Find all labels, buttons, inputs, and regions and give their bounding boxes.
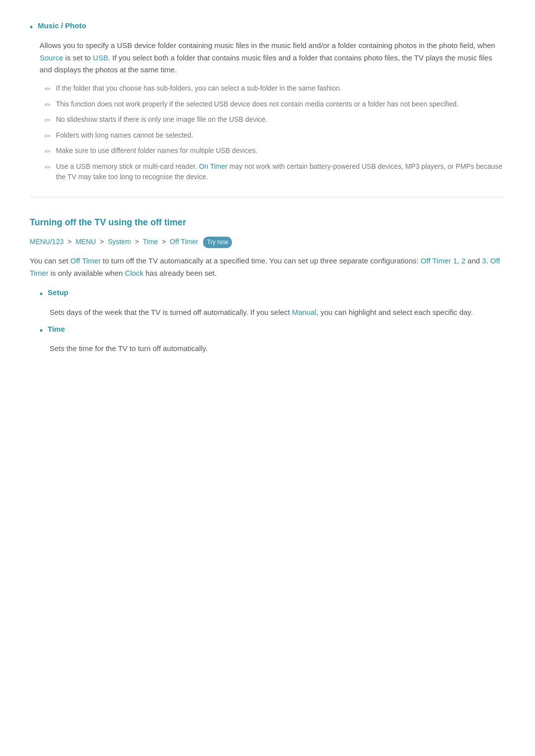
- setup-bullet: • Setup: [40, 287, 505, 302]
- note-item-5: ✏ Make sure to use different folder name…: [45, 146, 505, 157]
- on-timer-note-link[interactable]: On Timer: [199, 162, 228, 170]
- off-timer-2-link[interactable]: 2: [461, 256, 465, 265]
- note-item-1: ✏ If the folder that you choose has sub-…: [45, 83, 505, 95]
- note-text-2: This function does not work properly if …: [56, 99, 458, 109]
- try-now-badge[interactable]: Try now: [203, 237, 232, 248]
- note-item-4: ✏ Folders with long names cannot be sele…: [45, 130, 505, 142]
- source-link[interactable]: Source: [40, 53, 63, 62]
- manual-link[interactable]: Manual: [292, 308, 316, 316]
- clock-link[interactable]: Clock: [125, 269, 144, 277]
- note-icon-2: ✏: [45, 100, 51, 111]
- note-icon-1: ✏: [45, 84, 51, 95]
- sub-bullets: • Setup Sets days of the week that the T…: [40, 287, 505, 355]
- off-timer-1-link[interactable]: Off Timer 1: [421, 256, 457, 265]
- note-icon-3: ✏: [45, 115, 51, 126]
- section-divider: [30, 197, 505, 198]
- section-title: Turning off the TV using the off timer: [30, 215, 505, 230]
- sep-2: >: [100, 238, 106, 246]
- setup-label[interactable]: Setup: [48, 287, 68, 299]
- note-text-3: No slideshow starts if there is only one…: [56, 114, 267, 125]
- time-label[interactable]: Time: [48, 323, 65, 335]
- note-icon-5: ✏: [45, 146, 51, 157]
- music-photo-label[interactable]: Music / Photo: [38, 20, 86, 32]
- note-icon-6: ✏: [45, 162, 51, 173]
- music-photo-description: Allows you to specify a USB device folde…: [40, 40, 505, 182]
- bullet-dot: •: [30, 20, 33, 35]
- off-timer-3-link[interactable]: 3: [482, 256, 486, 265]
- time-bullet-dot: •: [40, 324, 43, 338]
- time-bullet: • Time: [40, 323, 505, 338]
- note-icon-4: ✏: [45, 131, 51, 142]
- sep-3: >: [135, 238, 141, 246]
- note-list: ✏ If the folder that you choose has sub-…: [45, 83, 505, 182]
- setup-bullet-dot: •: [40, 287, 43, 302]
- setup-description: Sets days of the week that the TV is tur…: [50, 306, 505, 318]
- note-item-6: ✏ Use a USB memory stick or multi-card r…: [45, 161, 505, 182]
- note-text-6: Use a USB memory stick or multi-card rea…: [56, 161, 505, 182]
- off-timer-description: You can set Off Timer to turn off the TV…: [30, 255, 505, 280]
- breadcrumb-time[interactable]: Time: [143, 238, 158, 246]
- breadcrumb: MENU/123 > MENU > System > Time > Off Ti…: [30, 236, 505, 248]
- breadcrumb-off-timer[interactable]: Off Timer: [170, 238, 198, 246]
- music-photo-bullet: • Music / Photo: [30, 20, 505, 35]
- off-timer-link-1[interactable]: Off Timer: [70, 256, 101, 265]
- note-text-5: Make sure to use different folder names …: [56, 146, 258, 156]
- note-text-4: Folders with long names cannot be select…: [56, 130, 193, 141]
- note-item-2: ✏ This function does not work properly i…: [45, 99, 505, 111]
- music-photo-section: • Music / Photo Allows you to specify a …: [30, 20, 505, 182]
- breadcrumb-menu123[interactable]: MENU/123: [30, 238, 63, 246]
- note-text-1: If the folder that you choose has sub-fo…: [56, 83, 342, 94]
- time-description: Sets the time for the TV to turn off aut…: [50, 343, 505, 354]
- sep-4: >: [162, 238, 168, 246]
- breadcrumb-menu[interactable]: MENU: [75, 238, 96, 246]
- sep-1: >: [67, 238, 73, 246]
- note-item-3: ✏ No slideshow starts if there is only o…: [45, 114, 505, 126]
- music-photo-para: Allows you to specify a USB device folde…: [40, 40, 505, 76]
- breadcrumb-system[interactable]: System: [108, 238, 131, 246]
- usb-link[interactable]: USB: [93, 53, 108, 62]
